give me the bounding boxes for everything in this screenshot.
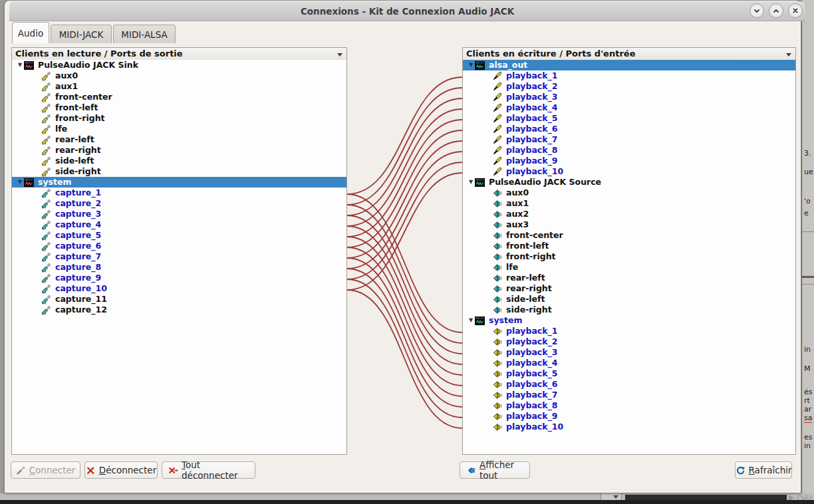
refresh-button[interactable]: Rafraîchir [735,461,792,479]
tree-item-capture-4[interactable]: capture_4 [12,219,346,230]
tree-item-capture-12[interactable]: capture_12 [12,305,346,315]
tree-item-capture-8[interactable]: capture_8 [12,262,346,273]
tab-midi-alsa[interactable]: MIDI-ALSA [113,25,176,43]
jack-plug-yellow-icon [41,124,51,134]
tree-item-aux3[interactable]: aux3 [463,219,795,230]
connect-button[interactable]: Connecter [11,461,80,479]
readable-clients-combobox[interactable]: Clients en lecture / Ports de sortie [11,47,347,61]
tree-item-system[interactable]: ▼system [463,315,795,326]
tree-item-capture-3[interactable]: capture_3 [12,209,346,219]
expand-triangle-icon[interactable]: ▼ [467,177,475,188]
expand-triangle-icon[interactable]: ▼ [467,60,475,70]
tree-item-capture-6[interactable]: capture_6 [12,241,346,251]
tree-item-front-left[interactable]: front-left [12,102,346,113]
tree-item-aux2[interactable]: aux2 [463,209,795,219]
tree-item-aux0[interactable]: aux0 [12,70,346,81]
expand-triangle-icon[interactable]: ▼ [16,60,24,70]
tree-item-playback-9[interactable]: playback_9 [463,156,795,166]
tree-item-front-right[interactable]: front-right [12,113,346,124]
tree-item-playback-5[interactable]: playback_5 [463,368,795,379]
socket-teal-icon [492,209,502,219]
tree-item-capture-1[interactable]: capture_1 [12,188,346,198]
tree-item-playback-10[interactable]: playback_10 [463,422,795,432]
input-ports-tree[interactable]: ▼alsa_outplayback_1playback_2playback_3p… [462,60,796,455]
tree-item-playback-4[interactable]: playback_4 [463,102,795,113]
minimize-button[interactable] [749,3,764,18]
titlebar[interactable]: Connexions - Kit de Connexion Audio JACK [9,1,805,21]
tree-item-front-left[interactable]: front-left [463,241,795,251]
tree-item-pulseaudio-jack-sink[interactable]: ▼PulseAudio JACK Sink [12,60,346,70]
tree-item-front-center[interactable]: front-center [12,92,346,102]
port-label: playback_5 [506,113,557,124]
tree-item-playback-1[interactable]: playback_1 [463,70,795,81]
tree-item-front-right[interactable]: front-right [463,251,795,262]
tree-item-side-left[interactable]: side-left [12,156,346,166]
disconnect-button[interactable]: Déconnecter [84,461,158,479]
client-label: PulseAudio JACK Sink [38,60,138,70]
tree-item-playback-9[interactable]: playback_9 [463,411,795,422]
tree-item-side-right[interactable]: side-right [12,166,346,177]
refresh-icon [736,465,746,475]
tree-item-aux1[interactable]: aux1 [12,81,346,92]
tree-item-aux1[interactable]: aux1 [463,198,795,209]
tree-item-pulseaudio-jack-source[interactable]: ▼PulseAudio JACK Source [463,177,795,188]
tree-item-side-left[interactable]: side-left [463,294,795,305]
jack-plug-teal-icon [41,295,51,305]
tree-item-lfe[interactable]: lfe [12,124,346,134]
client-label: alsa_out [489,60,527,70]
tree-item-rear-right[interactable]: rear-right [463,283,795,294]
maximize-button[interactable] [769,3,783,18]
tree-item-system[interactable]: ▼system [12,177,346,188]
show-all-button[interactable]: Afficher tout [460,461,530,479]
tree-item-capture-2[interactable]: capture_2 [12,198,346,209]
tree-item-rear-left[interactable]: rear-left [12,134,346,145]
tree-item-playback-8[interactable]: playback_8 [463,400,795,411]
tree-item-playback-2[interactable]: playback_2 [463,81,795,92]
port-label: playback_6 [506,124,557,134]
socket-teal-icon [492,241,502,251]
port-label: aux1 [506,198,529,209]
tree-item-rear-left[interactable]: rear-left [463,273,795,283]
port-label: aux2 [506,209,529,219]
port-label: side-left [506,294,545,305]
writable-clients-combobox[interactable]: Clients en écriture / Ports d'entrée [462,47,796,61]
tree-item-alsa-out[interactable]: ▼alsa_out [463,60,795,70]
tree-item-playback-2[interactable]: playback_2 [463,336,795,347]
tree-item-playback-4[interactable]: playback_4 [463,358,795,368]
port-label: playback_8 [506,400,557,411]
port-label: playback_9 [506,411,557,422]
tree-item-capture-7[interactable]: capture_7 [12,251,346,262]
tree-item-playback-6[interactable]: playback_6 [463,379,795,390]
tree-item-capture-5[interactable]: capture_5 [12,230,346,241]
tree-item-capture-10[interactable]: capture_10 [12,283,346,294]
jack-plug-teal-icon [41,273,51,283]
background-text-fragment: ar [804,405,811,414]
tree-item-rear-right[interactable]: rear-right [12,145,346,156]
tree-item-lfe[interactable]: lfe [463,262,795,273]
tab-midi-jack[interactable]: MIDI-JACK [51,25,112,43]
expand-triangle-icon[interactable]: ▼ [16,177,24,188]
tree-item-playback-3[interactable]: playback_3 [463,92,795,102]
tree-item-playback-10[interactable]: playback_10 [463,166,795,177]
port-label: lfe [506,262,518,273]
tree-item-capture-9[interactable]: capture_9 [12,273,346,283]
disconnect-all-button[interactable]: Tout déconnecter [162,461,255,479]
tree-item-playback-5[interactable]: playback_5 [463,113,795,124]
tab-audio[interactable]: Audio [12,22,49,43]
client-green-icon [475,178,485,188]
tree-item-playback-8[interactable]: playback_8 [463,145,795,156]
tree-item-playback-3[interactable]: playback_3 [463,347,795,358]
output-ports-tree[interactable]: ▼PulseAudio JACK Sinkaux0aux1front-cente… [11,60,347,455]
tree-item-playback-6[interactable]: playback_6 [463,124,795,134]
tree-item-aux0[interactable]: aux0 [463,188,795,198]
socket-yellow-icon [492,358,502,368]
tree-item-front-center[interactable]: front-center [463,230,795,241]
expand-triangle-icon[interactable]: ▼ [467,315,475,326]
tree-item-side-right[interactable]: side-right [463,305,795,315]
tree-item-playback-7[interactable]: playback_7 [463,390,795,400]
tree-item-capture-11[interactable]: capture_11 [12,294,346,305]
close-button[interactable] [788,3,803,18]
show-all-button-label: Afficher tout [479,459,523,481]
tree-item-playback-1[interactable]: playback_1 [463,326,795,336]
tree-item-playback-7[interactable]: playback_7 [463,134,795,145]
